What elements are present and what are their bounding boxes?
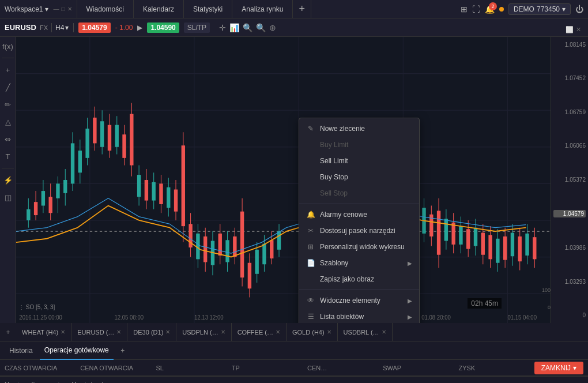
- menu-label: Szablony: [320, 259, 403, 267]
- nav-wiadomosci[interactable]: Wiadomości: [77, 0, 134, 18]
- menu-sell-limit[interactable]: Sell Limit: [299, 153, 419, 169]
- history-tab-operacje[interactable]: Operacje gotówkowe: [40, 341, 114, 360]
- menu-label: Buy Stop: [320, 173, 412, 181]
- power-icon[interactable]: ⏻: [575, 5, 583, 14]
- tab-de30[interactable]: DE30 (D1) ✕: [127, 323, 176, 341]
- svg-rect-53: [167, 187, 170, 208]
- chart-minimize[interactable]: ⬜: [566, 26, 574, 33]
- menu-zapisz[interactable]: Zapisz jako obraz: [299, 271, 419, 287]
- scale-val-7: 1.03293: [553, 279, 586, 285]
- sell-stop-icon: [306, 189, 315, 198]
- svg-text:12.05 08:00: 12.05 08:00: [114, 313, 144, 321]
- nav-analiza[interactable]: Analiza rynku: [232, 0, 293, 18]
- tab-gold[interactable]: GOLD (H4) ✕: [287, 323, 338, 341]
- menu-personalizuj[interactable]: ⊞ Personalizuj widok wykresu: [299, 239, 419, 255]
- list-icon: ☰: [306, 312, 315, 321]
- svg-rect-33: [93, 118, 96, 144]
- workspace-minimize[interactable]: —: [53, 6, 59, 12]
- menu-alarmy[interactable]: 🔔 Alarmy cenowe: [299, 206, 419, 223]
- svg-rect-21: [48, 197, 52, 213]
- menu-widoczne[interactable]: 👁 Widoczne elementy ▶: [299, 292, 419, 309]
- chart-close[interactable]: ✕: [576, 26, 581, 33]
- plus-tool[interactable]: +: [1, 63, 15, 77]
- zoom-in-icon[interactable]: 🔍: [256, 23, 266, 32]
- grid-icon[interactable]: ⊞: [461, 5, 468, 14]
- divider: [51, 23, 52, 32]
- notifications[interactable]: 🔔 2: [485, 5, 495, 14]
- tab-close-gold[interactable]: ✕: [327, 329, 331, 335]
- tab-close-wheat[interactable]: ✕: [61, 329, 65, 335]
- tab-coffee[interactable]: COFFEE (… ✕: [232, 323, 287, 341]
- svg-rect-31: [85, 129, 89, 158]
- menu-label: Personalizuj widok wykresu: [320, 243, 412, 251]
- add-workspace-button[interactable]: +: [293, 0, 311, 18]
- fullscreen-icon[interactable]: ⛶: [472, 5, 480, 14]
- menu-label: Alarmy cenowe: [320, 211, 412, 219]
- tab-close-eurusd[interactable]: ✕: [116, 329, 121, 335]
- chart-area[interactable]: 2016.11.25 00:00 12.05 08:00 12.13 12:00…: [16, 37, 551, 323]
- indicators-icon[interactable]: 📊: [229, 23, 239, 32]
- draw-tool[interactable]: ✏: [1, 97, 15, 111]
- timeframe-selector[interactable]: H4 ▾: [55, 24, 69, 32]
- new-order-icon: ✎: [306, 124, 315, 133]
- add-tab-button[interactable]: +: [116, 344, 130, 358]
- menu-nowe-zlecenie[interactable]: ✎ Nowe zlecenie: [299, 121, 419, 137]
- table-header: CZAS OTWARCIA CENA OTWARCIA SL TP CEN… S…: [0, 360, 588, 376]
- menu-buy-stop[interactable]: Buy Stop: [299, 169, 419, 185]
- tab-wheat[interactable]: WHEAT (H4) ✕: [16, 323, 71, 341]
- visible-icon: 👁: [306, 296, 315, 305]
- notification-count: 2: [489, 2, 497, 10]
- cursor-tool[interactable]: f(x): [1, 39, 15, 53]
- tab-eurusd[interactable]: EURUSD (… ✕: [71, 323, 127, 341]
- menu-label: Buy Limit: [320, 141, 412, 149]
- workspace-restore[interactable]: □: [61, 6, 65, 12]
- scale-val-2: 1.07452: [553, 75, 586, 81]
- nav-statystyki[interactable]: Statystyki: [184, 0, 232, 18]
- workspace-selector[interactable]: Workspace1 ▾ — □ ✕: [0, 0, 77, 18]
- history-tab-historia[interactable]: Historia: [5, 341, 37, 360]
- tab-usdpln[interactable]: USDPLN (… ✕: [176, 323, 231, 341]
- text-tool[interactable]: T: [1, 149, 15, 163]
- nav-kalendarz[interactable]: Kalendarz: [134, 0, 184, 18]
- menu-sep2: [299, 290, 419, 290]
- svg-rect-79: [262, 244, 266, 265]
- workspace-close[interactable]: ✕: [67, 6, 72, 12]
- indicator-label: ⋮ SO [5, 3, 3]: [18, 304, 55, 310]
- layers-tool[interactable]: ◫: [1, 190, 15, 204]
- menu-szablony[interactable]: 📄 Szablony ▶: [299, 255, 419, 271]
- tab-usdbrl[interactable]: USDBRL (… ✕: [338, 323, 393, 341]
- tool-separator: [2, 58, 14, 58]
- tab-close-usdbrl[interactable]: ✕: [382, 329, 386, 335]
- svg-rect-133: [533, 237, 536, 259]
- svg-rect-37: [108, 125, 111, 151]
- zoom-out-icon[interactable]: 🔍: [243, 23, 252, 32]
- svg-rect-123: [496, 239, 499, 263]
- tab-close-de30[interactable]: ✕: [165, 329, 170, 335]
- line-tool[interactable]: ╱: [1, 80, 15, 94]
- tab-close-coffee[interactable]: ✕: [276, 329, 280, 335]
- arrow-icon: ▶: [408, 260, 412, 266]
- svg-text:01.15 04:00: 01.15 04:00: [507, 313, 537, 321]
- tab-close-usdpln[interactable]: ✕: [221, 329, 225, 335]
- account-selector[interactable]: DEMO 773450 ▾: [508, 3, 571, 15]
- bell-menu-icon: 🔔: [306, 210, 315, 219]
- menu-pasek[interactable]: ✂ Dostosuj pasek narzędzi: [299, 223, 419, 239]
- svg-rect-35: [100, 121, 104, 147]
- menu-lista[interactable]: ☰ Lista obiektów ▶: [299, 309, 419, 323]
- menu-buy-limit: Buy Limit: [299, 137, 419, 153]
- svg-rect-127: [511, 233, 514, 257]
- cursor-icon[interactable]: ✛: [219, 23, 226, 32]
- indicator-tool[interactable]: ⚡: [1, 173, 15, 187]
- svg-rect-131: [525, 234, 529, 256]
- menu-label: Widoczne elementy: [320, 296, 403, 305]
- crosshair-icon[interactable]: ⊕: [269, 23, 276, 32]
- scale-val-4: 1.06066: [553, 142, 586, 149]
- sltp-button[interactable]: SL/TP: [184, 22, 210, 33]
- svg-rect-0: [16, 37, 551, 323]
- zamknij-button[interactable]: ZAMKNIJ ▾: [534, 362, 583, 374]
- svg-rect-119: [481, 233, 485, 255]
- shape-tool[interactable]: △: [1, 115, 15, 129]
- measure-tool[interactable]: ⇔: [1, 132, 15, 146]
- add-chart-button[interactable]: +: [0, 323, 16, 341]
- menu-label: Nowe zlecenie: [320, 125, 412, 133]
